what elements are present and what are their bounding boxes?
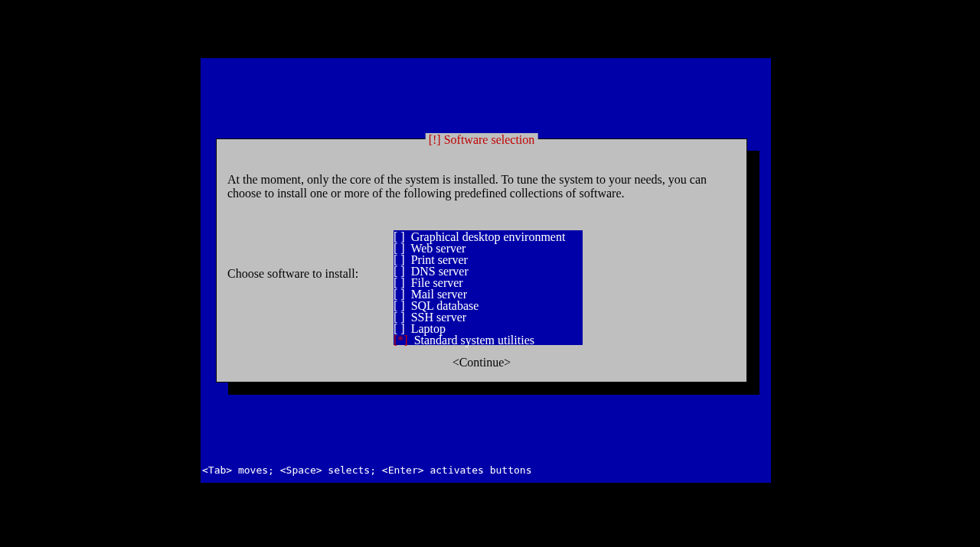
software-item-9[interactable]: [*] Standard system utilities (394, 334, 583, 345)
software-item-7[interactable]: [ ] SSH server (394, 311, 583, 322)
software-item-3[interactable]: [ ] DNS server (394, 265, 583, 276)
help-bar: <Tab> moves; <Space> selects; <Enter> ac… (202, 464, 531, 476)
software-list[interactable]: [ ] Graphical desktop environment[ ] Web… (394, 230, 583, 345)
software-item-2[interactable]: [ ] Print server (394, 253, 583, 265)
software-item-6[interactable]: [ ] SQL database (394, 299, 583, 311)
title-marker: [!] (429, 133, 444, 146)
checkbox-checked-icon[interactable]: [*] (394, 334, 414, 347)
software-item-0[interactable]: [ ] Graphical desktop environment (394, 230, 583, 242)
software-item-8[interactable]: [ ] Laptop (394, 322, 583, 334)
software-item-1[interactable]: [ ] Web server (394, 242, 583, 253)
software-item-label: Standard system utilities (414, 334, 547, 347)
software-item-4[interactable]: [ ] File server (394, 276, 583, 288)
title-text: Software selection (444, 133, 535, 146)
software-selection-dialog: [!] Software selection At the moment, on… (216, 138, 747, 383)
intro-text: At the moment, only the core of the syst… (227, 173, 736, 200)
software-item-5[interactable]: [ ] Mail server (394, 288, 583, 299)
continue-button[interactable]: <Continue> (217, 356, 746, 370)
dialog-title: [!] Software selection (426, 133, 538, 145)
